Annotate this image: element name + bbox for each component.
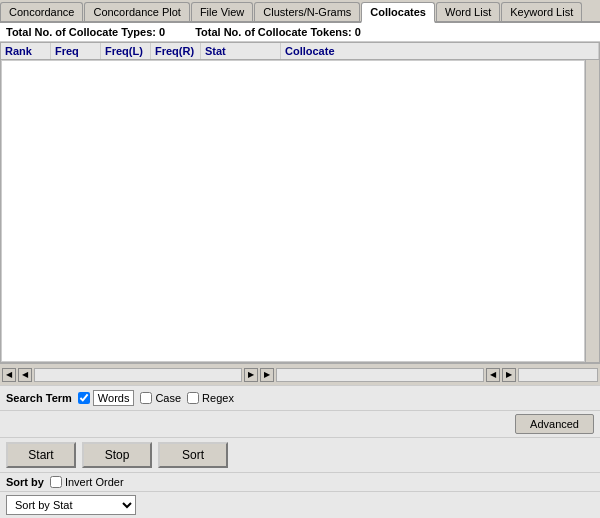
case-checkbox-group: Case <box>140 392 181 404</box>
vertical-scrollbar[interactable] <box>585 60 599 362</box>
col-header-collocate: Collocate <box>281 43 599 59</box>
case-label: Case <box>155 392 181 404</box>
action-row: Start Stop Sort <box>0 437 600 472</box>
tokens-label: Total No. of Collocate Tokens: <box>195 26 352 38</box>
scroll-right-btn[interactable]: ▶ <box>244 368 258 382</box>
stop-button[interactable]: Stop <box>82 442 152 468</box>
words-label: Words <box>93 390 135 406</box>
tab-keyword-list[interactable]: Keyword List <box>501 2 582 21</box>
tab-bar: Concordance Concordance Plot File View C… <box>0 0 600 23</box>
table-inner <box>1 60 585 362</box>
types-label: Total No. of Collocate Types: <box>6 26 156 38</box>
scroll-far-right-btn[interactable]: ▶ <box>502 368 516 382</box>
tab-concordance[interactable]: Concordance <box>0 2 83 21</box>
search-term-row: Search Term Words Case Regex <box>0 385 600 410</box>
advanced-row: Advanced <box>0 410 600 437</box>
scroll-far-left-btn[interactable]: ◀ <box>486 368 500 382</box>
col-header-freqr: Freq(R) <box>151 43 201 59</box>
tab-clusters-ngrams[interactable]: Clusters/N-Grams <box>254 2 360 21</box>
types-stat: Total No. of Collocate Types: 0 <box>6 26 165 38</box>
case-checkbox[interactable] <box>140 392 152 404</box>
tab-word-list[interactable]: Word List <box>436 2 500 21</box>
tokens-value: 0 <box>355 26 361 38</box>
scroll-left2-btn[interactable]: ◀ <box>18 368 32 382</box>
col-header-rank: Rank <box>1 43 51 59</box>
sort-by-stat-select[interactable]: Sort by Stat Sort by Freq Sort by Freq(L… <box>6 495 136 515</box>
h-scroll-track-right[interactable] <box>276 368 484 382</box>
tab-collocates[interactable]: Collocates <box>361 2 435 23</box>
types-value: 0 <box>159 26 165 38</box>
tokens-stat: Total No. of Collocate Tokens: 0 <box>195 26 361 38</box>
invert-order-label: Invert Order <box>65 476 124 488</box>
words-checkbox-group: Words <box>78 390 135 406</box>
regex-checkbox-group: Regex <box>187 392 234 404</box>
start-button[interactable]: Start <box>6 442 76 468</box>
col-header-stat: Stat <box>201 43 281 59</box>
data-area[interactable] <box>1 60 585 362</box>
regex-label: Regex <box>202 392 234 404</box>
sort-by-row: Sort by Invert Order <box>0 472 600 491</box>
column-headers: Rank Freq Freq(L) Freq(R) Stat Collocate <box>1 43 599 60</box>
invert-order-checkbox[interactable] <box>50 476 62 488</box>
stats-bar: Total No. of Collocate Types: 0 Total No… <box>0 23 600 42</box>
sort-by-label: Sort by <box>6 476 44 488</box>
table-body-area <box>1 60 599 362</box>
horizontal-scroll-bar: ◀ ◀ ▶ ▶ ◀ ▶ <box>0 363 600 385</box>
col-header-freql: Freq(L) <box>101 43 151 59</box>
advanced-button[interactable]: Advanced <box>515 414 594 434</box>
tab-concordance-plot[interactable]: Concordance Plot <box>84 2 189 21</box>
tab-file-view[interactable]: File View <box>191 2 253 21</box>
scroll-left-btn[interactable]: ◀ <box>2 368 16 382</box>
sort-button[interactable]: Sort <box>158 442 228 468</box>
words-checkbox[interactable] <box>78 392 90 404</box>
search-term-label: Search Term <box>6 392 72 404</box>
main-container: Concordance Concordance Plot File View C… <box>0 0 600 518</box>
h-scroll-thumb[interactable] <box>518 368 598 382</box>
h-scroll-track-left[interactable] <box>34 368 242 382</box>
regex-checkbox[interactable] <box>187 392 199 404</box>
col-header-freq: Freq <box>51 43 101 59</box>
scroll-right2-btn[interactable]: ▶ <box>260 368 274 382</box>
sort-by-stat-row: Sort by Stat Sort by Freq Sort by Freq(L… <box>0 491 600 518</box>
table-section: Rank Freq Freq(L) Freq(R) Stat Collocate <box>0 42 600 363</box>
invert-order-group: Invert Order <box>50 476 124 488</box>
